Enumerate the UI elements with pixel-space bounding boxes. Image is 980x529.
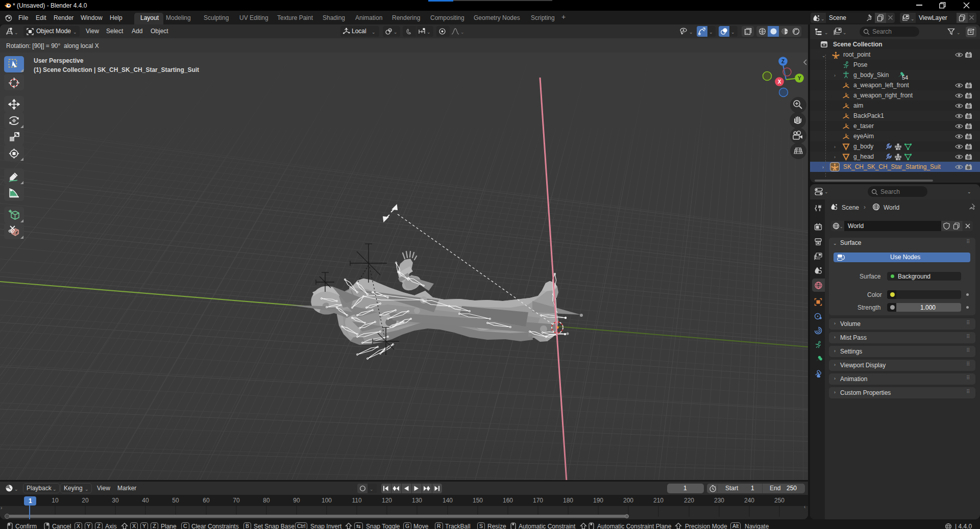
svg-text:Z: Z (781, 59, 785, 64)
svg-text:Y: Y (798, 75, 801, 81)
svg-text:X: X (778, 79, 781, 85)
